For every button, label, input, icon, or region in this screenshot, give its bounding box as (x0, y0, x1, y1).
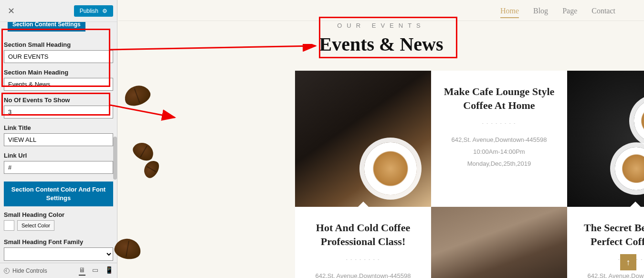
tablet-icon[interactable]: ▭ (92, 266, 98, 276)
event-text-card: Make Cafe Lounge Style Coffee At Home - … (431, 71, 567, 207)
event-title: Hot And Cold Coffee Professional Class! (305, 221, 422, 248)
latte-art-icon (615, 147, 644, 190)
preview-pane: Home Blog Page Contact OUR EVENTS Events… (118, 0, 644, 278)
nav-contact[interactable]: Contact (591, 7, 615, 18)
publish-button[interactable]: Publish ⚙ (74, 5, 113, 17)
label-link-url: Link Url (4, 152, 113, 159)
event-image[interactable] (295, 71, 431, 207)
input-main-heading[interactable] (4, 78, 113, 91)
event-image[interactable] (567, 71, 644, 207)
select-color-button[interactable]: Select Color (17, 220, 54, 231)
label-main-heading: Section Main Heading (4, 69, 113, 76)
event-title: The Secret Behind The Perfect Coffee Cup… (577, 221, 644, 248)
scrollbar-thumb[interactable] (113, 137, 117, 180)
section-main-heading: Events & News (319, 33, 443, 55)
event-date: Monday,Dec,25th,2019 (441, 158, 558, 170)
sidebar-header: ✕ Publish ⚙ (0, 0, 117, 22)
site-nav: Home Blog Page Contact (500, 7, 615, 18)
event-address: 642,St. Avenue,Downtown-445598 (577, 270, 644, 278)
coffee-bean-decor (130, 139, 157, 164)
chevron-left-icon (4, 268, 10, 274)
field-small-heading-font-family: Small Heading Font Family (4, 238, 113, 261)
event-image[interactable] (431, 207, 567, 278)
notch-icon (630, 202, 641, 207)
label-no-of-events: No Of Events To Show (4, 96, 113, 104)
arrow-up-icon: ↑ (626, 257, 631, 267)
events-grid: Make Cafe Lounge Style Coffee At Home - … (295, 71, 644, 207)
field-small-heading: Section Small Heading (4, 41, 113, 63)
event-address: 642,St. Avenue,Downtown-445598 (441, 134, 558, 146)
label-small-heading: Section Small Heading (4, 41, 113, 48)
label-small-heading-color: Small Heading Color (4, 211, 113, 218)
desktop-icon[interactable]: 🖥 (79, 266, 85, 276)
hide-controls-label: Hide Controls (12, 267, 47, 274)
field-small-heading-color: Small Heading Color Select Color (4, 211, 113, 233)
gear-icon: ⚙ (102, 8, 107, 14)
nav-blog[interactable]: Blog (533, 7, 548, 18)
event-title: Make Cafe Lounge Style Coffee At Home (441, 85, 558, 112)
input-link-title[interactable] (4, 133, 113, 146)
field-link-title: Link Title (4, 124, 113, 146)
latte-art-icon (364, 142, 417, 195)
events-grid-row2: Hot And Cold Coffee Professional Class! … (295, 207, 644, 278)
event-meta: 642,St. Avenue,Downtown-445598 10:00Am-1… (441, 134, 558, 170)
event-time: 10:00Am-14:00Pm (441, 146, 558, 158)
scroll-to-top-button[interactable]: ↑ (620, 254, 636, 270)
field-main-heading: Section Main Heading (4, 69, 113, 91)
event-address: 642,St. Avenue,Downtown-445598 (305, 270, 422, 278)
color-font-settings-button[interactable]: Section Content Color And Font Settings (4, 182, 113, 206)
section-content-settings-button[interactable]: Section Content Settings (8, 22, 85, 32)
sidebar-footer: Hide Controls 🖥 ▭ 📱 (0, 263, 117, 278)
hide-controls-button[interactable]: Hide Controls (4, 267, 47, 274)
notch-icon (494, 170, 505, 175)
publish-button-label: Publish (80, 8, 98, 14)
color-picker: Select Color (4, 220, 54, 231)
section-heading-block: OUR EVENTS Events & News (319, 22, 443, 55)
section-small-heading: OUR EVENTS (319, 22, 443, 29)
select-font-family[interactable] (4, 247, 113, 261)
event-text-card: Hot And Cold Coffee Professional Class! … (295, 207, 431, 278)
latte-art-icon (634, 99, 644, 142)
coffee-bean-decor (141, 158, 161, 181)
notch-icon (358, 202, 369, 207)
mobile-icon[interactable]: 📱 (105, 266, 113, 276)
coffee-bean-decor (122, 82, 153, 109)
nav-home[interactable]: Home (500, 7, 519, 18)
close-customizer-button[interactable]: ✕ (4, 4, 18, 18)
color-swatch[interactable] (4, 220, 14, 231)
input-small-heading[interactable] (4, 50, 113, 63)
label-small-heading-font-family: Small Heading Font Family (4, 238, 113, 246)
nav-divider (118, 21, 644, 21)
nav-page[interactable]: Page (562, 7, 577, 18)
divider-dots: - - - - - - - - (305, 257, 422, 262)
label-link-title: Link Title (4, 124, 113, 131)
field-link-url: Link Url (4, 152, 113, 174)
field-no-of-events: No Of Events To Show (4, 96, 113, 118)
device-toggle: 🖥 ▭ 📱 (79, 266, 113, 276)
sidebar-body: Section Content Settings Section Small H… (0, 22, 117, 263)
divider-dots: - - - - - - - - (441, 121, 558, 126)
input-no-of-events[interactable] (4, 106, 113, 118)
input-link-url[interactable] (4, 161, 113, 174)
customizer-sidebar: ✕ Publish ⚙ Section Content Settings Sec… (0, 0, 117, 278)
